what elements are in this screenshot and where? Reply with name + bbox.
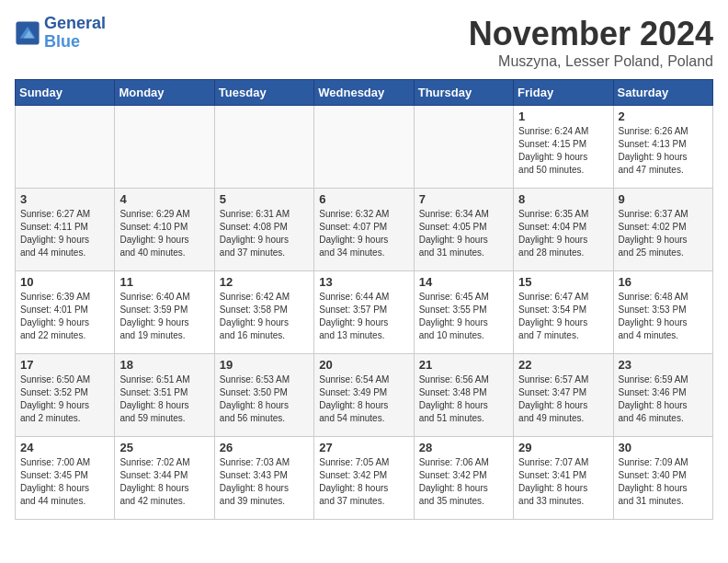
calendar-cell: 13Sunrise: 6:44 AM Sunset: 3:57 PM Dayli… — [314, 271, 414, 354]
day-number: 11 — [119, 275, 209, 289]
calendar-cell: 10Sunrise: 6:39 AM Sunset: 4:01 PM Dayli… — [16, 271, 115, 354]
day-number: 4 — [119, 192, 209, 206]
month-title: November 2024 — [469, 15, 713, 53]
location-subtitle: Muszyna, Lesser Poland, Poland — [469, 53, 713, 70]
calendar-table: Sunday Monday Tuesday Wednesday Thursday… — [15, 79, 713, 520]
logo-icon — [15, 20, 40, 46]
day-info: Sunrise: 6:59 AM Sunset: 3:46 PM Dayligh… — [619, 373, 708, 425]
header-saturday: Saturday — [613, 80, 712, 106]
day-info: Sunrise: 7:07 AM Sunset: 3:41 PM Dayligh… — [518, 456, 608, 508]
calendar-cell: 19Sunrise: 6:53 AM Sunset: 3:50 PM Dayli… — [214, 354, 313, 437]
calendar-cell: 12Sunrise: 6:42 AM Sunset: 3:58 PM Dayli… — [214, 271, 313, 354]
calendar-cell: 1Sunrise: 6:24 AM Sunset: 4:15 PM Daylig… — [514, 106, 613, 189]
logo: General Blue — [15, 15, 106, 52]
day-number: 9 — [619, 192, 708, 206]
day-info: Sunrise: 6:56 AM Sunset: 3:48 PM Dayligh… — [419, 373, 508, 425]
calendar-cell: 3Sunrise: 6:27 AM Sunset: 4:11 PM Daylig… — [16, 189, 115, 271]
header-thursday: Thursday — [414, 80, 513, 106]
calendar-cell — [214, 106, 313, 189]
day-number: 8 — [518, 192, 608, 206]
calendar-cell: 20Sunrise: 6:54 AM Sunset: 3:49 PM Dayli… — [314, 354, 414, 437]
day-info: Sunrise: 6:50 AM Sunset: 3:52 PM Dayligh… — [20, 373, 109, 425]
day-number: 7 — [419, 192, 508, 206]
day-number: 23 — [619, 358, 708, 372]
day-number: 10 — [20, 275, 109, 289]
calendar-cell: 8Sunrise: 6:35 AM Sunset: 4:04 PM Daylig… — [514, 189, 613, 271]
calendar-header: Sunday Monday Tuesday Wednesday Thursday… — [16, 80, 713, 106]
calendar-cell — [115, 106, 214, 189]
logo-line2: Blue — [44, 33, 106, 52]
calendar-cell: 28Sunrise: 7:06 AM Sunset: 3:42 PM Dayli… — [414, 437, 513, 520]
day-number: 18 — [119, 358, 209, 372]
calendar-body: 1Sunrise: 6:24 AM Sunset: 4:15 PM Daylig… — [16, 106, 713, 520]
calendar-cell: 24Sunrise: 7:00 AM Sunset: 3:45 PM Dayli… — [16, 437, 115, 520]
day-info: Sunrise: 6:26 AM Sunset: 4:13 PM Dayligh… — [619, 125, 708, 177]
calendar-cell: 15Sunrise: 6:47 AM Sunset: 3:54 PM Dayli… — [514, 271, 613, 354]
day-number: 24 — [20, 441, 109, 454]
calendar-cell: 17Sunrise: 6:50 AM Sunset: 3:52 PM Dayli… — [16, 354, 115, 437]
day-number: 6 — [319, 192, 408, 206]
day-number: 22 — [518, 358, 608, 372]
calendar-week-1: 3Sunrise: 6:27 AM Sunset: 4:11 PM Daylig… — [16, 189, 713, 271]
day-number: 14 — [419, 275, 508, 289]
day-info: Sunrise: 6:34 AM Sunset: 4:05 PM Dayligh… — [419, 208, 508, 259]
calendar-cell: 5Sunrise: 6:31 AM Sunset: 4:08 PM Daylig… — [214, 189, 313, 271]
calendar-cell: 16Sunrise: 6:48 AM Sunset: 3:53 PM Dayli… — [613, 271, 712, 354]
day-info: Sunrise: 6:42 AM Sunset: 3:58 PM Dayligh… — [220, 291, 309, 342]
day-info: Sunrise: 7:06 AM Sunset: 3:42 PM Dayligh… — [419, 456, 508, 508]
day-number: 13 — [319, 275, 408, 289]
day-number: 1 — [518, 109, 608, 123]
day-info: Sunrise: 6:40 AM Sunset: 3:59 PM Dayligh… — [119, 291, 209, 342]
header-sunday: Sunday — [16, 80, 115, 106]
calendar-cell: 18Sunrise: 6:51 AM Sunset: 3:51 PM Dayli… — [115, 354, 214, 437]
calendar-cell: 22Sunrise: 6:57 AM Sunset: 3:47 PM Dayli… — [514, 354, 613, 437]
day-number: 12 — [220, 275, 309, 289]
day-info: Sunrise: 6:53 AM Sunset: 3:50 PM Dayligh… — [220, 373, 309, 425]
day-number: 3 — [20, 192, 109, 206]
calendar-week-4: 24Sunrise: 7:00 AM Sunset: 3:45 PM Dayli… — [16, 437, 713, 520]
calendar-cell: 27Sunrise: 7:05 AM Sunset: 3:42 PM Dayli… — [314, 437, 414, 520]
day-info: Sunrise: 6:48 AM Sunset: 3:53 PM Dayligh… — [619, 291, 708, 342]
day-info: Sunrise: 6:54 AM Sunset: 3:49 PM Dayligh… — [319, 373, 408, 425]
header-row: Sunday Monday Tuesday Wednesday Thursday… — [16, 80, 713, 106]
day-number: 27 — [319, 441, 408, 454]
calendar-cell: 6Sunrise: 6:32 AM Sunset: 4:07 PM Daylig… — [314, 189, 414, 271]
calendar-cell: 30Sunrise: 7:09 AM Sunset: 3:40 PM Dayli… — [613, 437, 712, 520]
day-number: 26 — [220, 441, 309, 454]
header-tuesday: Tuesday — [214, 80, 313, 106]
day-number: 28 — [419, 441, 508, 454]
calendar-week-2: 10Sunrise: 6:39 AM Sunset: 4:01 PM Dayli… — [16, 271, 713, 354]
page-header: General Blue November 2024 Muszyna, Less… — [15, 15, 713, 70]
header-monday: Monday — [115, 80, 214, 106]
calendar-week-0: 1Sunrise: 6:24 AM Sunset: 4:15 PM Daylig… — [16, 106, 713, 189]
calendar-cell — [314, 106, 414, 189]
calendar-cell: 4Sunrise: 6:29 AM Sunset: 4:10 PM Daylig… — [115, 189, 214, 271]
day-info: Sunrise: 6:57 AM Sunset: 3:47 PM Dayligh… — [518, 373, 608, 425]
calendar-cell: 7Sunrise: 6:34 AM Sunset: 4:05 PM Daylig… — [414, 189, 513, 271]
day-info: Sunrise: 7:03 AM Sunset: 3:43 PM Dayligh… — [220, 456, 309, 508]
day-info: Sunrise: 6:39 AM Sunset: 4:01 PM Dayligh… — [20, 291, 109, 342]
day-number: 30 — [619, 441, 708, 454]
calendar-cell: 2Sunrise: 6:26 AM Sunset: 4:13 PM Daylig… — [613, 106, 712, 189]
day-info: Sunrise: 6:37 AM Sunset: 4:02 PM Dayligh… — [619, 208, 708, 259]
calendar-cell: 11Sunrise: 6:40 AM Sunset: 3:59 PM Dayli… — [115, 271, 214, 354]
calendar-week-3: 17Sunrise: 6:50 AM Sunset: 3:52 PM Dayli… — [16, 354, 713, 437]
day-info: Sunrise: 6:27 AM Sunset: 4:11 PM Dayligh… — [20, 208, 109, 259]
day-info: Sunrise: 6:51 AM Sunset: 3:51 PM Dayligh… — [119, 373, 209, 425]
day-number: 17 — [20, 358, 109, 372]
day-info: Sunrise: 7:09 AM Sunset: 3:40 PM Dayligh… — [619, 456, 708, 508]
day-info: Sunrise: 7:02 AM Sunset: 3:44 PM Dayligh… — [119, 456, 209, 508]
day-info: Sunrise: 6:24 AM Sunset: 4:15 PM Dayligh… — [518, 125, 608, 177]
calendar-cell: 9Sunrise: 6:37 AM Sunset: 4:02 PM Daylig… — [613, 189, 712, 271]
day-number: 2 — [619, 109, 708, 123]
day-number: 21 — [419, 358, 508, 372]
calendar-cell — [16, 106, 115, 189]
day-number: 16 — [619, 275, 708, 289]
calendar-cell: 14Sunrise: 6:45 AM Sunset: 3:55 PM Dayli… — [414, 271, 513, 354]
title-section: November 2024 Muszyna, Lesser Poland, Po… — [469, 15, 713, 70]
calendar-cell: 21Sunrise: 6:56 AM Sunset: 3:48 PM Dayli… — [414, 354, 513, 437]
calendar-cell: 26Sunrise: 7:03 AM Sunset: 3:43 PM Dayli… — [214, 437, 313, 520]
calendar-cell: 29Sunrise: 7:07 AM Sunset: 3:41 PM Dayli… — [514, 437, 613, 520]
day-info: Sunrise: 6:44 AM Sunset: 3:57 PM Dayligh… — [319, 291, 408, 342]
header-friday: Friday — [514, 80, 613, 106]
